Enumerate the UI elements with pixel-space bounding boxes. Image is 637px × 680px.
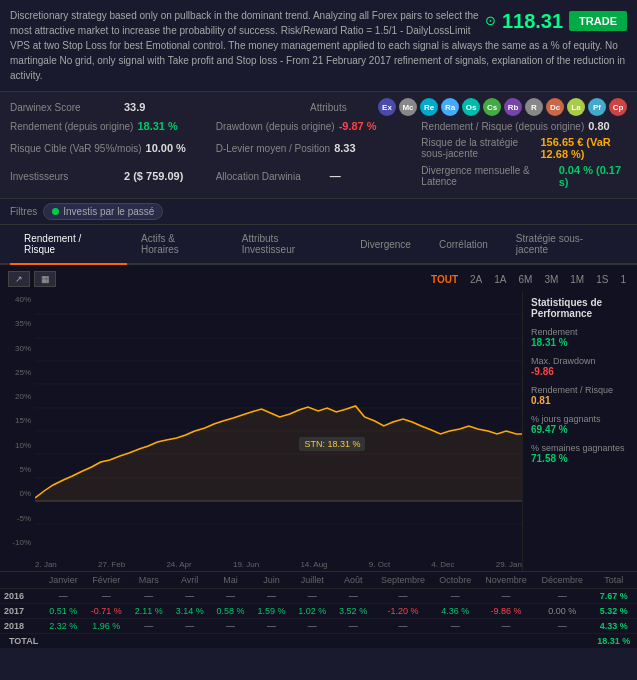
stat-jours-value: 69.47 % bbox=[531, 424, 629, 435]
drawdown-cell: Drawdown (depuis origine) -9.87 % bbox=[216, 120, 422, 132]
stat-semaines: % semaines gagnantes 71.58 % bbox=[531, 443, 629, 464]
monthly-cell: — bbox=[128, 589, 169, 604]
monthly-cell: 4.36 % bbox=[433, 604, 478, 619]
risque-strategie-value: 156.65 € (VaR 12.68 %) bbox=[540, 136, 627, 160]
monthly-header-cell: Septembre bbox=[374, 572, 433, 589]
monthly-cell: — bbox=[374, 619, 433, 634]
trade-button[interactable]: TRADE bbox=[569, 11, 627, 31]
tab-corr-lation[interactable]: Corrélation bbox=[425, 231, 502, 260]
y-axis: 40%35%30%25%20%15%10%5%0%-5%-10% bbox=[0, 291, 35, 551]
tag-mc[interactable]: Mc bbox=[399, 98, 417, 116]
time-btn-tout[interactable]: TOUT bbox=[428, 273, 461, 286]
toggle-line-btn[interactable]: ↗ bbox=[8, 271, 30, 287]
drawdown-label: Drawdown (depuis origine) bbox=[216, 121, 335, 132]
total-row-empty bbox=[128, 634, 169, 649]
darwinex-score-value: 33.9 bbox=[124, 101, 145, 113]
attributs-cell: Attributs bbox=[310, 102, 370, 113]
monthly-data-table: JanvierFévrierMarsAvrilMaiJuinJuilletAoû… bbox=[0, 572, 637, 649]
metrics-row-3: Risque Cible (VaR 95%/mois) 10.00 % D-Le… bbox=[10, 136, 627, 160]
tab-divergence[interactable]: Divergence bbox=[346, 231, 425, 260]
stat-rendement: Rendement 18.31 % bbox=[531, 327, 629, 348]
chart-main: 40%35%30%25%20%15%10%5%0%-5%-10% bbox=[0, 291, 522, 571]
tab-actifs-horaires[interactable]: Actifs & Horaires bbox=[127, 225, 228, 265]
monthly-cell: — bbox=[478, 619, 534, 634]
tag-re[interactable]: Re bbox=[420, 98, 438, 116]
monthly-cell: 1.59 % bbox=[251, 604, 292, 619]
risque-cible-cell: Risque Cible (VaR 95%/mois) 10.00 % bbox=[10, 142, 216, 154]
monthly-cell: 3.52 % bbox=[333, 604, 374, 619]
tab-attributs-investisseur[interactable]: Attributs Investisseur bbox=[228, 225, 347, 265]
y-axis-label: -10% bbox=[0, 538, 35, 547]
divergence-value: 0.04 % (0.17 s) bbox=[559, 164, 627, 188]
filters-label: Filtres bbox=[10, 206, 37, 217]
metrics-row-1: Darwinex Score 33.9 Attributs ExMcReRaOs… bbox=[10, 98, 627, 116]
monthly-header-cell: Mars bbox=[128, 572, 169, 589]
tag-ra[interactable]: Ra bbox=[441, 98, 459, 116]
monthly-cell: — bbox=[42, 589, 84, 604]
tag-cp[interactable]: Cp bbox=[609, 98, 627, 116]
tag-dc[interactable]: Dc bbox=[546, 98, 564, 116]
time-btn-1a[interactable]: 1A bbox=[491, 273, 509, 286]
tag-la[interactable]: La bbox=[567, 98, 585, 116]
y-axis-label: -5% bbox=[0, 514, 35, 523]
monthly-table: JanvierFévrierMarsAvrilMaiJuinJuilletAoû… bbox=[0, 571, 637, 649]
investisseurs-label: Investisseurs bbox=[10, 171, 120, 182]
monthly-cell: — bbox=[478, 589, 534, 604]
stat-semaines-value: 71.58 % bbox=[531, 453, 629, 464]
drawdown-value: -9.87 % bbox=[339, 120, 377, 132]
monthly-cell: — bbox=[292, 589, 333, 604]
darwinex-score-label: Darwinex Score bbox=[10, 102, 120, 113]
tabs-nav: Rendement / RisqueActifs & HorairesAttri… bbox=[0, 225, 637, 265]
monthly-header-cell bbox=[0, 572, 42, 589]
y-axis-label: 35% bbox=[0, 319, 35, 328]
darwinex-score-cell: Darwinex Score 33.9 bbox=[10, 101, 310, 113]
divergence-label: Divergence mensuelle & Latence bbox=[421, 165, 554, 187]
time-btn-1m[interactable]: 1M bbox=[567, 273, 587, 286]
time-btn-6m[interactable]: 6M bbox=[515, 273, 535, 286]
table-row: 2016————————————7.67 % bbox=[0, 589, 637, 604]
stat-rr-label: Rendement / Risque bbox=[531, 385, 629, 395]
rendement-risque-value: 0.80 bbox=[588, 120, 609, 132]
stat-drawdown: Max. Drawdown -9.86 bbox=[531, 356, 629, 377]
x-axis-label: 29. Jan bbox=[496, 560, 522, 569]
total-row-empty bbox=[433, 634, 478, 649]
score-value: 118.31 bbox=[502, 6, 563, 36]
x-axis-label: 14. Aug bbox=[300, 560, 327, 569]
d-levier-value: 8.33 bbox=[334, 142, 355, 154]
tag-rb[interactable]: Rb bbox=[504, 98, 522, 116]
tag-cs[interactable]: Cs bbox=[483, 98, 501, 116]
risque-cible-value: 10.00 % bbox=[146, 142, 186, 154]
stat-semaines-label: % semaines gagnantes bbox=[531, 443, 629, 453]
tab-strat-gie-sous-jacente[interactable]: Stratégie sous-jacente bbox=[502, 225, 627, 265]
time-btn-1s[interactable]: 1S bbox=[593, 273, 611, 286]
stat-drawdown-value: -9.86 bbox=[531, 366, 629, 377]
total-row-empty: TOTAL bbox=[0, 634, 42, 649]
time-btn-3m[interactable]: 3M bbox=[541, 273, 561, 286]
rendement-value: 18.31 % bbox=[137, 120, 177, 132]
monthly-cell: — bbox=[333, 589, 374, 604]
monthly-cell: — bbox=[433, 619, 478, 634]
monthly-cell: — bbox=[251, 589, 292, 604]
monthly-cell: — bbox=[534, 619, 590, 634]
total-cell: 5.32 % bbox=[590, 604, 637, 619]
d-levier-cell: D-Levier moyen / Position 8.33 bbox=[216, 142, 422, 154]
tab-rendement-risque[interactable]: Rendement / Risque bbox=[10, 225, 127, 265]
time-btn-1[interactable]: 1 bbox=[617, 273, 629, 286]
rendement-cell: Rendement (depuis origine) 18.31 % bbox=[10, 120, 216, 132]
header-description: ⊙ 118.31 TRADE Discretionary strategy ba… bbox=[0, 0, 637, 92]
tag-r[interactable]: R bbox=[525, 98, 543, 116]
chart-svg bbox=[35, 291, 522, 551]
stat-drawdown-label: Max. Drawdown bbox=[531, 356, 629, 366]
y-axis-label: 5% bbox=[0, 465, 35, 474]
stat-rendement-label: Rendement bbox=[531, 327, 629, 337]
risque-strategie-label: Risque de la stratégie sous-jacente bbox=[421, 137, 536, 159]
toggle-bar-btn[interactable]: ▦ bbox=[34, 271, 56, 287]
allocation-label: Allocation Darwinia bbox=[216, 171, 326, 182]
time-btn-2a[interactable]: 2A bbox=[467, 273, 485, 286]
monthly-cell: 1.96 % bbox=[84, 619, 128, 634]
filter-chip-invests[interactable]: Investis par le passé bbox=[43, 203, 163, 220]
tag-ex[interactable]: Ex bbox=[378, 98, 396, 116]
tag-os[interactable]: Os bbox=[462, 98, 480, 116]
total-row-empty bbox=[478, 634, 534, 649]
tag-pf[interactable]: Pf bbox=[588, 98, 606, 116]
